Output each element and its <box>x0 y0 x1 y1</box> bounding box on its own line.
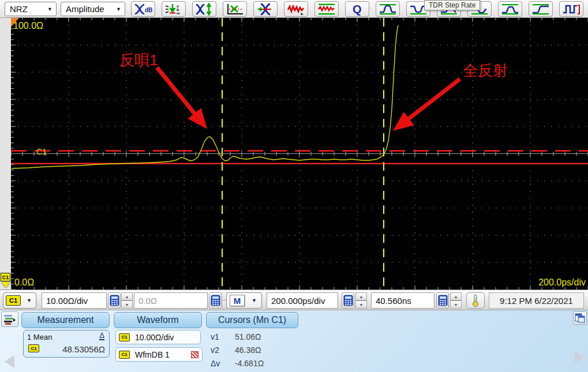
spin-up-icon[interactable]: ▲ <box>355 292 367 300</box>
spin-up-icon[interactable]: ▲ <box>121 292 133 300</box>
delta-icon: Δ <box>99 332 104 340</box>
tdr-step-rate-tooltip: TDR Step Rate <box>424 0 480 10</box>
cursor-v1-value: 51.06Ω <box>235 332 261 341</box>
waveform-rise-icon <box>501 3 519 16</box>
cursor-v1-row: v1 51.06Ω <box>211 332 219 341</box>
oscilloscope-app: NRZ ▼ Amplitude ▼ dBdBmQ TDR Step Rate C… <box>0 0 588 372</box>
cursor-delta-row: Δv -4.681Ω <box>211 359 220 368</box>
cursor-v1-label: v1 <box>211 332 219 341</box>
cursor-v2-value: 46.38Ω <box>235 345 261 355</box>
waveform-db-readout[interactable]: C1 WfmDB 1 <box>115 347 203 362</box>
channel-badge: C1 <box>6 295 21 306</box>
eye-width-icon <box>256 3 275 16</box>
chevron-down-icon: ▼ <box>252 298 257 303</box>
measurement-readout[interactable]: 1 Mean Δ C1 48.53056Ω <box>23 330 110 358</box>
cursor-delta-label: Δv <box>211 359 220 368</box>
horizontal-scale-value: 200.000ps/div <box>271 296 325 306</box>
horizontal-position-field[interactable]: 40.560ns <box>371 292 435 309</box>
noise-limits-button[interactable] <box>314 1 339 17</box>
waveform-scale-readout[interactable]: C1 10.00Ω/div <box>115 330 201 344</box>
step-response-button[interactable] <box>529 1 553 17</box>
mask-test-button[interactable] <box>223 1 247 17</box>
windows-icon <box>575 313 585 323</box>
bottom-scale-label: 0.0Ω <box>14 277 34 287</box>
channel-c1-marker[interactable]: C1 <box>1 273 10 281</box>
channel-select-dropdown[interactable]: C1 ▼ <box>3 292 36 309</box>
annotation-arrow-2 <box>398 79 460 127</box>
measure-category-dropdown[interactable]: Amplitude ▼ <box>61 2 125 16</box>
vertical-offset-value: 0.0Ω <box>138 296 157 306</box>
eye-diagram-db-icon: dB <box>134 3 152 16</box>
chevron-down-icon: ▼ <box>116 6 121 12</box>
calculator-icon <box>110 295 119 306</box>
signal-type-dropdown[interactable]: NRZ ▼ <box>5 2 57 16</box>
chevron-down-icon: ▼ <box>47 6 53 12</box>
spin-down-icon[interactable]: ▼ <box>355 300 367 309</box>
datetime-display: 9:12 PM 6/22/2021 <box>489 292 584 309</box>
svg-text:dB: dB <box>145 7 152 13</box>
noise-limits-icon <box>317 3 336 16</box>
scroll-left-arrow[interactable] <box>5 355 14 368</box>
chevron-down-icon: ▼ <box>27 298 32 303</box>
horizontal-scale-field[interactable]: 200.000ps/div <box>267 292 338 309</box>
waveform-rise-button[interactable] <box>498 1 522 17</box>
cursor-delta-value: -4.681Ω <box>235 359 264 368</box>
stacked-layers-icon <box>3 314 16 325</box>
tab-cursors[interactable]: Cursors (Mn C1) <box>206 312 298 328</box>
q-factor-icon: Q <box>348 3 366 16</box>
tdt-pulse-icon <box>562 3 580 16</box>
q-factor-button[interactable]: Q <box>345 1 369 17</box>
horizontal-position-value: 40.560ns <box>376 296 411 306</box>
thermometer-icon <box>471 294 480 307</box>
temperature-button[interactable] <box>466 292 485 309</box>
horizontal-position-keypad-button[interactable] <box>436 292 449 309</box>
channel-c1-marker-arrow-icon <box>1 282 10 288</box>
calculator-icon <box>343 295 353 306</box>
status-bar: C1 ▼ 10.00Ω/div ▲ ▼ 0.0Ω <box>0 290 588 310</box>
tdt-pulse-button[interactable] <box>559 1 583 17</box>
svg-text:m: m <box>177 12 179 15</box>
eye-diagram-db-button[interactable]: dB <box>131 1 155 17</box>
measurement-value: 48.53056Ω <box>62 344 105 354</box>
timebase-dropdown[interactable]: M ▼ <box>226 292 262 309</box>
horizontal-scale-keypad-button[interactable] <box>342 292 354 309</box>
horizontal-scale-spinner[interactable]: ▲ ▼ <box>355 292 367 309</box>
cursor-v2-label: v2 <box>211 345 219 355</box>
step-response-icon <box>531 3 550 16</box>
cursor-v2-row: v2 46.38Ω <box>211 345 219 355</box>
tab-waveform[interactable]: Waveform <box>114 312 202 328</box>
spin-up-icon[interactable]: ▲ <box>450 292 462 300</box>
measurement-name: 1 Mean <box>27 333 52 341</box>
jitter-waveform-icon <box>287 3 305 16</box>
eye-width-button[interactable] <box>253 1 278 17</box>
readout-panel: Measurement Waveform Cursors (Mn C1) 1 M… <box>0 310 588 372</box>
scroll-right-arrow[interactable] <box>575 351 585 363</box>
waveform-display[interactable]: 100.0Ω0.0Ω200.0ps/divC1反唄1全反射 <box>11 18 588 290</box>
database-icon <box>191 351 199 358</box>
jitter-waveform-button[interactable] <box>284 1 308 17</box>
svg-text:Q: Q <box>353 3 362 16</box>
vertical-offset-keypad-button[interactable] <box>209 292 222 309</box>
calculator-icon <box>438 295 448 306</box>
dbm-measure-button[interactable]: dBm <box>162 1 186 17</box>
tab-measurement[interactable]: Measurement <box>21 312 110 328</box>
measure-category-value: Amplitude <box>66 4 104 14</box>
spin-down-icon[interactable]: ▼ <box>450 300 462 309</box>
horizontal-position-spinner[interactable]: ▲ ▼ <box>450 292 462 309</box>
vertical-offset-field[interactable]: 0.0Ω <box>134 292 208 309</box>
annotation-text-2: 全反射 <box>463 62 508 79</box>
top-scale-label: 100.0Ω <box>13 21 43 31</box>
vertical-scale-value: 10.00Ω/div <box>46 296 88 306</box>
panel-layout-button[interactable] <box>573 311 587 325</box>
vertical-scale-keypad-button[interactable] <box>108 292 121 309</box>
timebase-scale-label: 200.0ps/div <box>538 277 586 287</box>
annotation-arrow-1 <box>157 67 203 124</box>
c1-trace[interactable] <box>12 25 398 168</box>
vertical-scale-spinner[interactable]: ▲ ▼ <box>121 292 133 309</box>
readout-setup-button[interactable] <box>1 311 18 327</box>
spin-down-icon[interactable]: ▼ <box>121 300 133 309</box>
vertical-scale-field[interactable]: 10.00Ω/div <box>42 292 107 309</box>
eye-height-button[interactable] <box>192 1 216 17</box>
pulse-positive-icon <box>379 3 397 16</box>
pulse-positive-button[interactable] <box>376 1 400 17</box>
